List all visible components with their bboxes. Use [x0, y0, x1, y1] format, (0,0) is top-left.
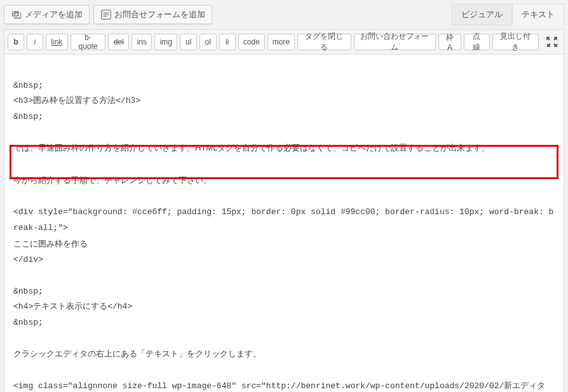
code-line: &nbsp; [13, 318, 43, 327]
qt-del-button[interactable]: del [108, 34, 129, 50]
qt-close-tags-button[interactable]: タグを閉じる [297, 34, 351, 50]
top-toolbar: メディアを追加 お問合せフォームを追加 ビジュアル テキスト [4, 4, 564, 25]
qt-italic-button[interactable]: i [27, 34, 43, 50]
code-line: <h4>テキスト表示にする</h4> [13, 302, 132, 311]
qt-frame-a-button[interactable]: 枠A [438, 34, 462, 50]
form-icon [100, 9, 112, 20]
qt-code-button[interactable]: code [238, 34, 265, 50]
qt-contact-form-button[interactable]: お問い合わせフォーム [354, 34, 436, 50]
qt-dotted-button[interactable]: 点線 [464, 34, 489, 50]
qt-ul-button[interactable]: ul [180, 34, 197, 50]
qt-link-button[interactable]: link [46, 34, 68, 50]
code-line: &nbsp; [13, 287, 43, 296]
code-line: <div style="background: #cce6ff; padding… [13, 207, 553, 233]
tab-text[interactable]: テキスト [512, 4, 564, 25]
code-line: <img class="alignnone size-full wp-image… [13, 381, 545, 392]
add-contact-form-button[interactable]: お問合せフォームを追加 [93, 5, 212, 24]
qt-bquote-button[interactable]: b-quote [71, 34, 106, 50]
code-line: では、早速囲み枠の作り方を紹介していきます。HTMLタグを自分で作る必要はなくて… [13, 143, 490, 152]
add-contact-form-label: お問合せフォームを追加 [114, 9, 205, 20]
editor-textarea[interactable]: &nbsp; <h3>囲み枠を設置する方法</h3> &nbsp; では、早速囲… [4, 54, 564, 392]
code-line: &nbsp; [13, 112, 43, 121]
qt-more-button[interactable]: more [267, 34, 295, 50]
qt-img-button[interactable]: img [154, 34, 177, 50]
fullscreen-button[interactable] [544, 33, 560, 51]
code-line: <h3>囲み枠を設置する方法</h3> [13, 96, 140, 105]
code-line: ここに囲み枠を作る [13, 239, 88, 248]
fullscreen-icon [546, 36, 558, 48]
code-line: クラシックエディタの右上にある「テキスト」をクリックします。 [13, 349, 261, 358]
qt-li-button[interactable]: li [219, 34, 236, 50]
add-media-button[interactable]: メディアを追加 [4, 5, 90, 24]
code-line: &nbsp; [13, 81, 43, 90]
code-line: 今から紹介する手順で、チャレンジしてみて下さい。 [13, 175, 212, 185]
media-icon [11, 9, 22, 20]
add-media-label: メディアを追加 [25, 9, 83, 20]
qt-ins-button[interactable]: ins [132, 34, 152, 50]
qt-heading-frame-button[interactable]: 見出し付き [492, 34, 539, 50]
tab-visual[interactable]: ビジュアル [452, 4, 512, 25]
qt-ol-button[interactable]: ol [199, 34, 217, 50]
qt-bold-button[interactable]: b [8, 34, 24, 50]
quicktags-toolbar: b i link b-quote del ins img ul ol li co… [4, 29, 564, 54]
editor-tabs: ビジュアル テキスト [452, 4, 564, 25]
code-line: </div> [13, 255, 43, 264]
